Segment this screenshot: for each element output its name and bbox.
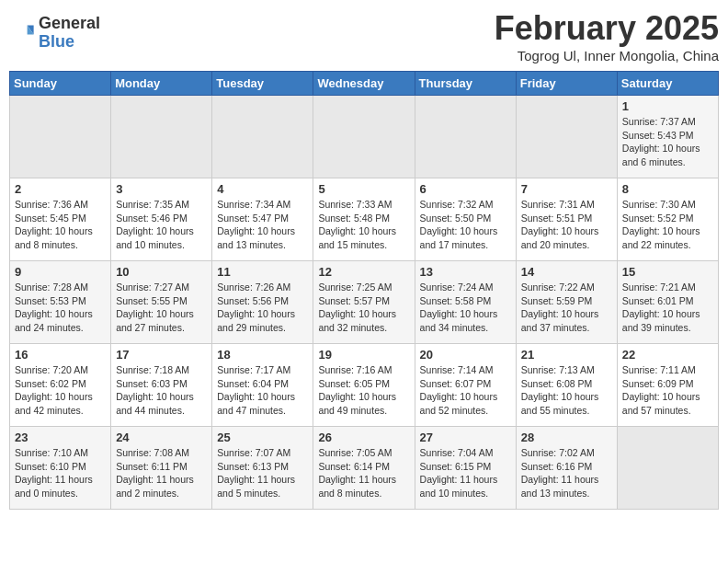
day-info: Sunrise: 7:04 AM Sunset: 6:15 PM Dayligh… [420, 446, 511, 500]
calendar-day-cell: 21Sunrise: 7:13 AM Sunset: 6:08 PM Dayli… [516, 344, 617, 427]
calendar-day-cell: 28Sunrise: 7:02 AM Sunset: 6:16 PM Dayli… [516, 427, 617, 510]
header-day-thursday: Thursday [415, 72, 516, 96]
calendar-day-cell [415, 96, 516, 178]
calendar-day-cell [617, 427, 718, 510]
logo-icon [9, 20, 35, 46]
location-text: Togrog Ul, Inner Mongolia, China [495, 48, 719, 63]
calendar-day-cell: 8Sunrise: 7:30 AM Sunset: 5:52 PM Daylig… [617, 178, 718, 261]
day-info: Sunrise: 7:17 AM Sunset: 6:04 PM Dayligh… [217, 363, 308, 418]
day-number: 5 [318, 182, 409, 196]
calendar-day-cell: 23Sunrise: 7:10 AM Sunset: 6:10 PM Dayli… [10, 427, 111, 510]
day-info: Sunrise: 7:05 AM Sunset: 6:14 PM Dayligh… [318, 446, 409, 500]
day-info: Sunrise: 7:20 AM Sunset: 6:02 PM Dayligh… [15, 363, 106, 418]
day-info: Sunrise: 7:24 AM Sunset: 5:58 PM Dayligh… [420, 281, 511, 335]
day-info: Sunrise: 7:36 AM Sunset: 5:45 PM Dayligh… [15, 198, 106, 252]
day-info: Sunrise: 7:22 AM Sunset: 5:59 PM Dayligh… [521, 281, 612, 335]
calendar-table: SundayMondayTuesdayWednesdayThursdayFrid… [9, 71, 719, 510]
day-info: Sunrise: 7:32 AM Sunset: 5:50 PM Dayligh… [420, 198, 511, 252]
calendar-day-cell: 18Sunrise: 7:17 AM Sunset: 6:04 PM Dayli… [212, 344, 313, 427]
day-number: 22 [622, 348, 713, 362]
logo-blue-text: Blue [39, 33, 100, 52]
day-number: 15 [622, 265, 713, 279]
calendar-day-cell: 1Sunrise: 7:37 AM Sunset: 5:43 PM Daylig… [617, 96, 718, 178]
day-info: Sunrise: 7:31 AM Sunset: 5:51 PM Dayligh… [521, 198, 612, 252]
calendar-week-row: 23Sunrise: 7:10 AM Sunset: 6:10 PM Dayli… [10, 427, 719, 510]
calendar-week-row: 9Sunrise: 7:28 AM Sunset: 5:53 PM Daylig… [10, 261, 719, 344]
day-number: 16 [15, 348, 106, 362]
logo: General Blue [9, 15, 100, 52]
calendar-day-cell: 7Sunrise: 7:31 AM Sunset: 5:51 PM Daylig… [516, 178, 617, 261]
day-number: 20 [420, 348, 511, 362]
day-info: Sunrise: 7:21 AM Sunset: 6:01 PM Dayligh… [622, 281, 713, 335]
calendar-day-cell: 10Sunrise: 7:27 AM Sunset: 5:55 PM Dayli… [111, 261, 212, 344]
day-info: Sunrise: 7:26 AM Sunset: 5:56 PM Dayligh… [217, 281, 308, 335]
day-number: 26 [318, 431, 409, 444]
calendar-day-cell [111, 96, 212, 178]
day-number: 7 [521, 182, 612, 196]
calendar-day-cell: 20Sunrise: 7:14 AM Sunset: 6:07 PM Dayli… [415, 344, 516, 427]
calendar-day-cell: 12Sunrise: 7:25 AM Sunset: 5:57 PM Dayli… [313, 261, 415, 344]
calendar-day-cell: 2Sunrise: 7:36 AM Sunset: 5:45 PM Daylig… [10, 178, 111, 261]
day-info: Sunrise: 7:18 AM Sunset: 6:03 PM Dayligh… [116, 363, 207, 418]
page-header: General Blue February 2025 Togrog Ul, In… [9, 9, 719, 63]
month-title: February 2025 [495, 9, 719, 48]
day-number: 27 [420, 431, 511, 444]
day-number: 17 [116, 348, 207, 362]
calendar-header-row: SundayMondayTuesdayWednesdayThursdayFrid… [10, 72, 719, 96]
day-number: 13 [420, 265, 511, 279]
calendar-day-cell [516, 96, 617, 178]
day-info: Sunrise: 7:16 AM Sunset: 6:05 PM Dayligh… [318, 363, 409, 418]
calendar-week-row: 1Sunrise: 7:37 AM Sunset: 5:43 PM Daylig… [10, 96, 719, 178]
day-number: 8 [622, 182, 713, 196]
calendar-day-cell: 25Sunrise: 7:07 AM Sunset: 6:13 PM Dayli… [212, 427, 313, 510]
day-info: Sunrise: 7:10 AM Sunset: 6:10 PM Dayligh… [15, 446, 106, 500]
day-info: Sunrise: 7:33 AM Sunset: 5:48 PM Dayligh… [318, 198, 409, 252]
day-info: Sunrise: 7:28 AM Sunset: 5:53 PM Dayligh… [15, 281, 106, 335]
title-block: February 2025 Togrog Ul, Inner Mongolia,… [495, 9, 719, 63]
header-day-sunday: Sunday [10, 72, 111, 96]
day-number: 23 [15, 431, 106, 444]
calendar-day-cell [313, 96, 415, 178]
calendar-day-cell: 4Sunrise: 7:34 AM Sunset: 5:47 PM Daylig… [212, 178, 313, 261]
day-number: 10 [116, 265, 207, 279]
calendar-day-cell: 17Sunrise: 7:18 AM Sunset: 6:03 PM Dayli… [111, 344, 212, 427]
calendar-day-cell: 14Sunrise: 7:22 AM Sunset: 5:59 PM Dayli… [516, 261, 617, 344]
day-number: 14 [521, 265, 612, 279]
header-day-monday: Monday [111, 72, 212, 96]
day-number: 19 [318, 348, 409, 362]
day-info: Sunrise: 7:35 AM Sunset: 5:46 PM Dayligh… [116, 198, 207, 252]
calendar-day-cell: 26Sunrise: 7:05 AM Sunset: 6:14 PM Dayli… [313, 427, 415, 510]
calendar-day-cell: 27Sunrise: 7:04 AM Sunset: 6:15 PM Dayli… [415, 427, 516, 510]
calendar-day-cell: 19Sunrise: 7:16 AM Sunset: 6:05 PM Dayli… [313, 344, 415, 427]
calendar-week-row: 16Sunrise: 7:20 AM Sunset: 6:02 PM Dayli… [10, 344, 719, 427]
calendar-day-cell: 13Sunrise: 7:24 AM Sunset: 5:58 PM Dayli… [415, 261, 516, 344]
day-number: 24 [116, 431, 207, 444]
day-info: Sunrise: 7:14 AM Sunset: 6:07 PM Dayligh… [420, 363, 511, 418]
calendar-day-cell: 24Sunrise: 7:08 AM Sunset: 6:11 PM Dayli… [111, 427, 212, 510]
header-day-wednesday: Wednesday [313, 72, 415, 96]
day-number: 18 [217, 348, 308, 362]
header-day-friday: Friday [516, 72, 617, 96]
calendar-day-cell: 3Sunrise: 7:35 AM Sunset: 5:46 PM Daylig… [111, 178, 212, 261]
calendar-day-cell: 22Sunrise: 7:11 AM Sunset: 6:09 PM Dayli… [617, 344, 718, 427]
day-info: Sunrise: 7:07 AM Sunset: 6:13 PM Dayligh… [217, 446, 308, 500]
calendar-day-cell: 9Sunrise: 7:28 AM Sunset: 5:53 PM Daylig… [10, 261, 111, 344]
day-info: Sunrise: 7:27 AM Sunset: 5:55 PM Dayligh… [116, 281, 207, 335]
day-info: Sunrise: 7:37 AM Sunset: 5:43 PM Dayligh… [622, 115, 713, 169]
header-day-saturday: Saturday [617, 72, 718, 96]
day-info: Sunrise: 7:11 AM Sunset: 6:09 PM Dayligh… [622, 363, 713, 418]
day-number: 28 [521, 431, 612, 444]
day-number: 6 [420, 182, 511, 196]
day-number: 21 [521, 348, 612, 362]
day-number: 25 [217, 431, 308, 444]
calendar-day-cell: 16Sunrise: 7:20 AM Sunset: 6:02 PM Dayli… [10, 344, 111, 427]
calendar-day-cell: 11Sunrise: 7:26 AM Sunset: 5:56 PM Dayli… [212, 261, 313, 344]
calendar-day-cell: 6Sunrise: 7:32 AM Sunset: 5:50 PM Daylig… [415, 178, 516, 261]
day-info: Sunrise: 7:13 AM Sunset: 6:08 PM Dayligh… [521, 363, 612, 418]
day-info: Sunrise: 7:02 AM Sunset: 6:16 PM Dayligh… [521, 446, 612, 500]
calendar-day-cell [10, 96, 111, 178]
day-info: Sunrise: 7:08 AM Sunset: 6:11 PM Dayligh… [116, 446, 207, 500]
calendar-day-cell [212, 96, 313, 178]
calendar-week-row: 2Sunrise: 7:36 AM Sunset: 5:45 PM Daylig… [10, 178, 719, 261]
day-number: 9 [15, 265, 106, 279]
